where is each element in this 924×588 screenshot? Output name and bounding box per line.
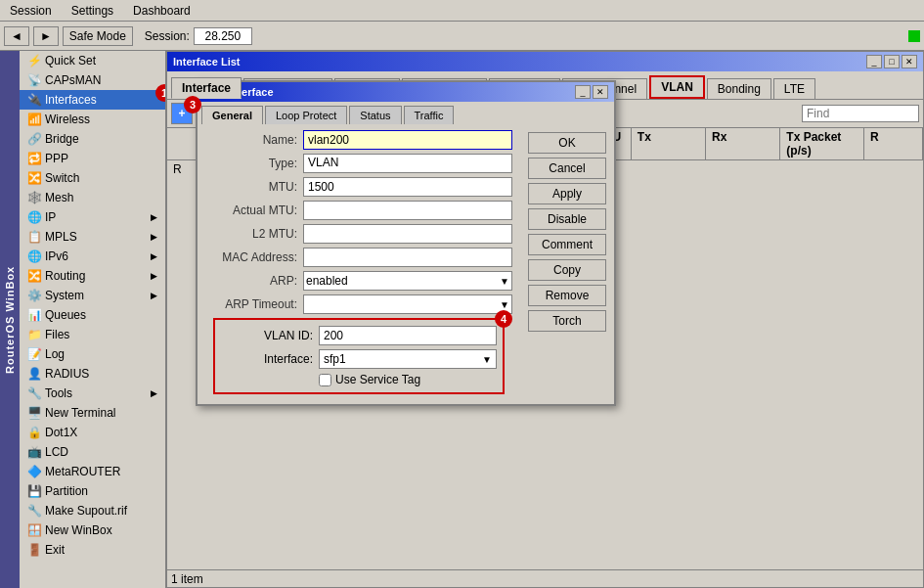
type-value: VLAN [303, 154, 512, 173]
sidebar-item-switch[interactable]: 🔀 Switch [20, 168, 165, 188]
modal-close-button[interactable]: ✕ [593, 85, 608, 99]
vlan-id-input[interactable] [319, 326, 497, 345]
sidebar-item-label: Routing [45, 269, 85, 283]
ok-button[interactable]: OK [528, 132, 606, 154]
sidebar-item-tools[interactable]: 🔧 Tools ▶ [20, 384, 165, 403]
l2mtu-input[interactable] [303, 224, 512, 244]
sidebar-item-ppp[interactable]: 🔁 PPP [20, 149, 165, 168]
sidebar-item-newterminal[interactable]: 🖥️ New Terminal [20, 403, 165, 423]
torch-button[interactable]: Torch [528, 310, 606, 332]
sidebar-item-radius[interactable]: 👤 RADIUS [20, 364, 165, 384]
tab-lte[interactable]: LTE [773, 78, 815, 99]
tab-interface[interactable]: Interface [171, 77, 242, 99]
modal-tab-traffic[interactable]: Traffic [404, 106, 455, 124]
sidebar-item-metarouter[interactable]: 🔷 MetaROUTER [20, 462, 165, 481]
mesh-icon: 🕸️ [27, 191, 41, 204]
name-row: Name: [205, 130, 512, 150]
tab-vlan[interactable]: VLAN [649, 75, 705, 99]
find-input[interactable] [802, 105, 919, 122]
modal-minimize-button[interactable]: _ [575, 85, 591, 99]
modal-tab-general[interactable]: General [201, 106, 263, 124]
minimize-button[interactable]: _ [866, 55, 882, 68]
service-tag-row: Use Service Tag [319, 373, 497, 386]
status-bar: 1 item [167, 569, 923, 587]
tools-icon: 🔧 [27, 386, 41, 400]
sidebar-item-label: IP [45, 210, 56, 224]
sidebar-item-mpls[interactable]: 📋 MPLS ▶ [20, 227, 165, 247]
arp-timeout-label: ARP Timeout: [205, 297, 303, 311]
sidebar-item-quickset[interactable]: ⚡ Quick Set [20, 51, 165, 70]
sidebar-item-newwinbox[interactable]: 🪟 New WinBox [20, 520, 165, 540]
sidebar-item-label: New Terminal [45, 406, 115, 420]
name-input[interactable] [303, 130, 512, 150]
cancel-button[interactable]: Cancel [528, 158, 606, 179]
makesupout-icon: 🔧 [27, 504, 41, 518]
menu-bar: Session Settings Dashboard [0, 0, 924, 22]
sidebar-item-partition[interactable]: 💾 Partition [20, 481, 165, 501]
sidebar-item-files[interactable]: 📁 Files [20, 325, 165, 344]
mtu-input[interactable] [303, 177, 512, 197]
interface-list-title: Interface List [173, 56, 240, 68]
sidebar-item-wireless[interactable]: 📶 Wireless [20, 110, 165, 129]
sidebar-item-dot1x[interactable]: 🔒 Dot1X [20, 423, 165, 442]
sidebar-item-bridge[interactable]: 🔗 Bridge [20, 129, 165, 149]
sidebar-item-capsman[interactable]: 📡 CAPsMAN [20, 70, 165, 90]
menu-settings[interactable]: Settings [66, 2, 119, 20]
menu-session[interactable]: Session [4, 2, 58, 20]
safemode-button[interactable]: Safe Mode [63, 26, 133, 46]
sidebar-item-routing[interactable]: 🔀 Routing ▶ [20, 266, 165, 286]
sidebar-item-makesupout[interactable]: 🔧 Make Supout.rif [20, 501, 165, 520]
ppp-icon: 🔁 [27, 152, 41, 165]
winbox-label: RouterOS WinBox [0, 51, 20, 588]
sidebar-item-ip[interactable]: 🌐 IP ▶ [20, 207, 165, 227]
newwinbox-icon: 🪟 [27, 523, 41, 537]
sidebar-item-label: MPLS [45, 230, 77, 244]
sidebar-item-label: LCD [45, 445, 68, 459]
arp-timeout-select[interactable]: ▼ [303, 294, 512, 314]
maximize-button[interactable]: □ [884, 55, 900, 68]
sidebar-item-label: Mesh [45, 191, 73, 204]
menu-dashboard[interactable]: Dashboard [127, 2, 197, 20]
remove-button[interactable]: Remove [528, 285, 606, 306]
close-button[interactable]: ✕ [902, 55, 917, 68]
sidebar-item-interfaces[interactable]: 🔌 Interfaces 1 [20, 90, 165, 110]
comment-button[interactable]: Comment [528, 234, 606, 255]
arrow-icon: ▶ [151, 291, 157, 300]
vlan-id-row: VLAN ID: [221, 326, 497, 345]
actual-mtu-label: Actual MTU: [205, 204, 303, 217]
files-icon: 📁 [27, 328, 41, 341]
sidebar-item-queues[interactable]: 📊 Queues [20, 305, 165, 325]
modal-buttons: OK Cancel Apply Disable Comment Copy Rem… [520, 124, 614, 404]
sidebar-item-mesh[interactable]: 🕸️ Mesh [20, 188, 165, 207]
status-text: 1 item [171, 572, 203, 586]
sidebar-item-system[interactable]: ⚙️ System ▶ [20, 286, 165, 305]
tab-bonding[interactable]: Bonding [707, 78, 771, 99]
sidebar-item-label: Files [45, 328, 69, 341]
add-button[interactable]: + 3 [171, 103, 193, 124]
radius-icon: 👤 [27, 367, 41, 381]
interface-select[interactable]: sfp1 ▼ [319, 349, 497, 369]
arp-timeout-row: ARP Timeout: ▼ [205, 294, 512, 314]
sidebar-item-label: PPP [45, 152, 68, 165]
modal-tab-status[interactable]: Status [349, 106, 401, 124]
copy-button[interactable]: Copy [528, 259, 606, 281]
apply-button[interactable]: Apply [528, 183, 606, 204]
sidebar-item-log[interactable]: 📝 Log [20, 344, 165, 364]
modal-tab-loopprotect[interactable]: Loop Protect [265, 106, 347, 124]
sidebar-item-label: Make Supout.rif [45, 504, 127, 518]
sidebar-item-label: MetaROUTER [45, 465, 120, 478]
arp-select[interactable]: enabled ▼ [303, 271, 512, 291]
actual-mtu-input[interactable] [303, 201, 512, 220]
forward-button[interactable]: ► [33, 26, 59, 46]
disable-button[interactable]: Disable [528, 208, 606, 230]
mac-input[interactable] [303, 248, 512, 267]
sidebar-item-exit[interactable]: 🚪 Exit [20, 540, 165, 560]
back-button[interactable]: ◄ [4, 26, 29, 46]
use-service-tag-checkbox[interactable] [319, 374, 331, 386]
sidebar-item-lcd[interactable]: 📺 LCD [20, 442, 165, 462]
sidebar-item-ipv6[interactable]: 🌐 IPv6 ▶ [20, 247, 165, 266]
sidebar-item-label: Dot1X [45, 426, 77, 439]
routing-icon: 🔀 [27, 269, 41, 283]
type-label: Type: [205, 157, 303, 170]
lcd-icon: 📺 [27, 445, 41, 459]
